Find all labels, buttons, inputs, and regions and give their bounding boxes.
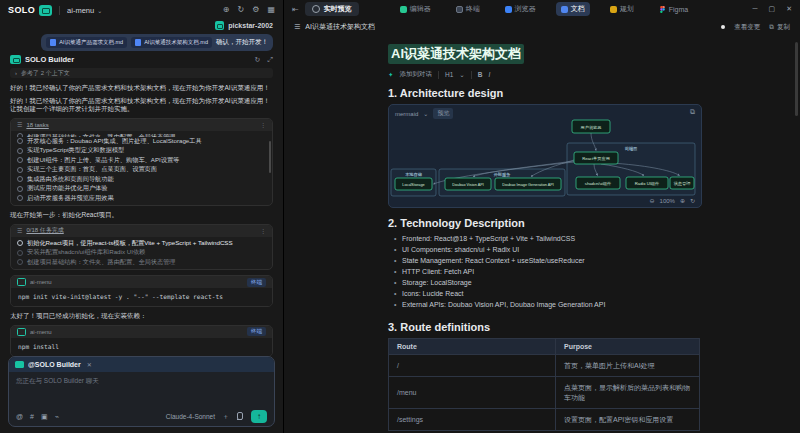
tab-figma[interactable]: Figma <box>654 4 693 15</box>
user-message-bubble: AI识菜通产品需求文档.md AI识菜通技术架构文档.md 确认，开始开发！ <box>41 34 273 51</box>
view-changes-button[interactable]: 查看变更 <box>734 23 760 32</box>
editor-tab-icon <box>400 6 407 13</box>
task-count-label: 18 tasks <box>26 122 48 128</box>
task-item: 实现三个主要页面：首页、点菜页面、设置页面 <box>17 165 266 175</box>
bold-button[interactable]: B <box>478 71 483 78</box>
document-toolbar: ☰ AI识菜通技术架构文档 查看变更 ⧉ 复制 <box>284 18 800 36</box>
tab-editor[interactable]: 编辑器 <box>395 2 436 16</box>
table-header-row: Route Purpose <box>389 339 700 355</box>
command-icon[interactable]: # <box>30 413 34 420</box>
close-icon[interactable]: ✕ <box>87 361 92 368</box>
route-cell: /menu <box>389 377 556 409</box>
diagram-language-selector[interactable]: mermaid <box>395 111 418 117</box>
terminal-command: npm init vite-init@latest -y . "--" --te… <box>11 288 272 306</box>
browser-tab-icon <box>505 6 512 13</box>
window-minimize-button[interactable]: ─ <box>753 5 758 13</box>
table-row: /menu 点菜页面，显示解析后的菜品列表和购物车功能 <box>389 377 700 409</box>
history-icon[interactable]: ↻ <box>238 6 245 14</box>
layout-icon[interactable]: ▦ <box>267 6 275 14</box>
attachment-chip[interactable]: AI识菜通产品需求文档.md <box>46 37 127 48</box>
model-selector[interactable]: Claude-4-Sonnet <box>166 413 215 420</box>
composer-toolbar: @ # ▣ ⌁ Claude-4-Sonnet ＋ ↑ <box>9 406 274 426</box>
diagram-mode-chip[interactable]: 预览 <box>433 108 453 119</box>
composer-input[interactable]: 您正在与 SOLO Builder 聊天 <box>9 372 274 406</box>
window-close-button[interactable]: ✕ <box>786 5 792 13</box>
terminal-icon <box>17 278 26 286</box>
more-icon[interactable]: ⋮ <box>260 227 266 234</box>
document-scrollbar-thumb[interactable] <box>795 42 798 116</box>
route-cell: / <box>389 355 556 377</box>
mcp-icon[interactable]: ⌁ <box>55 413 59 420</box>
add-to-chat-button[interactable]: 添加到对话 <box>399 70 432 79</box>
copy-button[interactable]: ⧉ 复制 <box>769 23 790 32</box>
bullet-item: Frontend: React@18 + TypeScript + Vite +… <box>394 233 800 244</box>
refresh-icon[interactable]: ↻ <box>255 56 261 64</box>
live-preview-toggle[interactable]: 实时预览 <box>305 2 359 16</box>
assistant-message: 好的！我已经确认了你的产品需求文档和技术架构文档，现在开始为你开发AI识菜通应用… <box>10 84 273 93</box>
zoom-in-icon[interactable]: ⊕ <box>680 197 685 204</box>
bullet-item: External APIs: Doubao Vision API, Doubao… <box>394 299 800 310</box>
user-avatar <box>215 21 224 30</box>
window-maximize-button[interactable]: ▢ <box>769 5 776 13</box>
collapse-panel-icon[interactable]: ⇤ <box>292 5 299 14</box>
task-progress-header[interactable]: ☰ 0/18 任务完成 ⋮ <box>11 225 272 237</box>
task-item: 开发核心服务：Doubao API集成、图片处理、LocalStorage工具 <box>17 137 266 147</box>
tab-docs[interactable]: 文档 <box>556 2 590 16</box>
task-item-active: 初始化React项目，使用react-ts模板，配置Vite + TypeScr… <box>17 239 266 249</box>
bullet-item: State Management: React Context + useSta… <box>394 255 800 266</box>
task-list: 创建项目基础结构：文件夹、路由配置、全局状态管理 开发核心服务：Doubao A… <box>11 131 272 206</box>
zoom-level: 100% <box>660 198 675 204</box>
chat-composer[interactable]: @SOLO Builder ✕ 您正在与 SOLO Builder 聊天 @ #… <box>8 356 275 427</box>
selection-toolbar: ✦ 添加到对话 H1 ⌄ B I <box>388 70 800 79</box>
mention-icon[interactable]: @ <box>16 413 23 420</box>
expand-icon[interactable]: ⤢ <box>267 56 273 64</box>
context-reference-toggle[interactable]: › 参考了 2 个上下文 <box>10 68 273 78</box>
column-header: Purpose <box>556 339 700 355</box>
node-label: Doubao Image Generation API <box>502 183 554 187</box>
node-label: shadcn/ui组件 <box>585 181 612 186</box>
open-terminal-button[interactable]: 终端 <box>247 278 266 287</box>
heading-format-button[interactable]: H1 <box>445 71 453 78</box>
user-message-text: 确认，开始开发！ <box>216 38 268 47</box>
reset-zoom-icon[interactable]: ↻ <box>690 197 695 204</box>
chevron-right-icon: › <box>15 70 17 76</box>
scrollbar-thumb[interactable] <box>269 141 271 173</box>
diagram-copy-icon[interactable]: ⧉ <box>690 108 695 116</box>
attachment-chip[interactable]: AI识菜通技术架构文档.md <box>131 37 212 48</box>
attachment-name: AI识菜通产品需求文档.md <box>59 39 123 46</box>
chevron-down-icon[interactable]: ⌄ <box>459 71 464 79</box>
open-terminal-button[interactable]: 终端 <box>247 327 266 336</box>
chevron-down-icon[interactable]: ⌄ <box>423 110 428 117</box>
italic-button[interactable]: I <box>488 71 490 78</box>
chat-panel: SOLO ai-menu ⌄ ⊕ ↻ ⚙ ▦ pickstar-2002 AI识… <box>0 0 283 433</box>
task-item: 实现TypeScript类型定义和数据模型 <box>17 146 266 156</box>
tab-planning[interactable]: 规划 <box>605 2 639 16</box>
node-label: LocalStorage <box>402 183 424 187</box>
send-button[interactable]: ↑ <box>251 410 267 423</box>
attachment-name: AI识菜通技术架构文档.md <box>144 39 208 46</box>
settings-gear-icon[interactable]: ⚙ <box>252 6 259 14</box>
bullet-item: Storage: LocalStorage <box>394 277 800 288</box>
composer-agent-chip[interactable]: @SOLO Builder ✕ <box>9 357 274 372</box>
image-icon[interactable]: ▣ <box>41 413 48 420</box>
task-circle-icon <box>17 148 23 154</box>
context-note: 参考了 2 个上下文 <box>21 69 70 78</box>
task-list-header[interactable]: ☰ 18 tasks ⋮ <box>11 119 272 131</box>
microphone-icon[interactable] <box>237 412 243 420</box>
add-icon[interactable]: ＋ <box>222 413 229 420</box>
solo-logo-icon <box>39 5 52 16</box>
tab-browser[interactable]: 浏览器 <box>500 2 541 16</box>
chevron-down-icon[interactable]: ⌄ <box>97 7 102 14</box>
more-icon[interactable]: ⋮ <box>260 121 266 128</box>
project-menu[interactable]: ai-menu <box>67 6 94 15</box>
copy-icon: ⧉ <box>769 23 774 31</box>
zoom-out-icon[interactable]: ⊖ <box>650 197 655 204</box>
new-chat-icon[interactable]: ⊕ <box>223 6 230 14</box>
task-list: 初始化React项目，使用react-ts模板，配置Vite + TypeScr… <box>11 237 272 270</box>
user-row: pickstar-2002 <box>0 18 283 31</box>
table-row: /settings 设置页面，配置API密钥和应用设置 <box>389 409 700 431</box>
assistant-message: 现在开始第一步：初始化React项目。 <box>10 211 273 220</box>
task-progress-label: 0/18 任务完成 <box>26 226 63 235</box>
outline-icon[interactable]: ☰ <box>294 23 300 31</box>
tab-terminal[interactable]: 终端 <box>451 2 485 16</box>
